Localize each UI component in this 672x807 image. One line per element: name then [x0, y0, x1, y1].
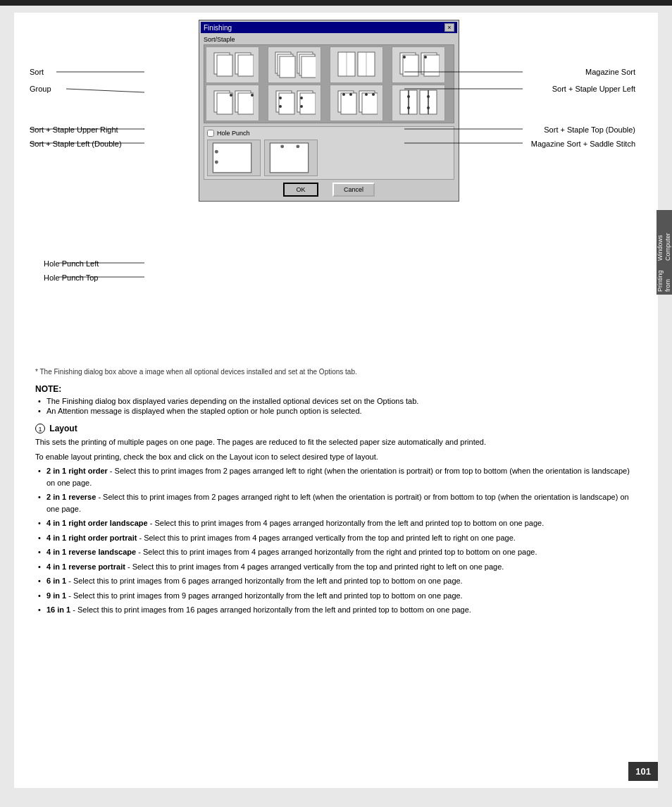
magazine-sort-option[interactable]	[330, 47, 383, 83]
layout-item-5: 4 in 1 reverse portrait - Select this to…	[46, 561, 637, 573]
svg-rect-6	[280, 56, 295, 78]
sidebar-tab: Printing from Windows Computer	[657, 210, 672, 295]
label-sort-staple-upper-left: Sort + Staple Upper Left	[552, 85, 635, 93]
svg-rect-1	[217, 55, 232, 76]
svg-rect-39	[362, 93, 378, 114]
main-content: Sort Group Sort + Staple Upper Right Sor…	[14, 13, 658, 788]
layout-section-number: 1	[35, 424, 45, 433]
label-hole-punch-left: Hole Punch Left	[44, 259, 99, 268]
dialog-buttons: OK Cancel	[204, 183, 454, 197]
svg-point-16	[403, 56, 406, 58]
svg-point-45	[407, 106, 410, 109]
svg-line-57	[66, 89, 144, 92]
sort-staple-left-double-option[interactable]	[268, 85, 321, 121]
svg-point-36	[342, 93, 345, 96]
dialog-close-button[interactable]: ×	[444, 23, 454, 32]
svg-point-28	[279, 97, 282, 99]
sidebar-tab-line1: Printing from	[657, 261, 672, 292]
layout-desc-1: This sets the printing of multiple pages…	[35, 436, 637, 448]
svg-rect-53	[270, 143, 308, 173]
svg-point-52	[215, 161, 218, 164]
note-title: NOTE:	[35, 384, 637, 394]
magazine-sort-saddle-stitch-option[interactable]	[392, 85, 445, 121]
hole-punch-grid	[207, 140, 320, 176]
label-sort-staple-left-double: Sort + Staple Left (Double)	[30, 140, 122, 148]
svg-point-51	[215, 150, 218, 154]
svg-point-22	[230, 94, 232, 97]
layout-title-text: Layout	[49, 424, 77, 433]
svg-point-40	[365, 93, 368, 96]
svg-point-55	[296, 145, 299, 149]
group-option[interactable]	[268, 47, 321, 83]
diagram-wrapper: Sort Group Sort + Staple Upper Right Sor…	[30, 20, 642, 365]
svg-rect-50	[213, 143, 251, 173]
layout-title: 1 Layout	[35, 424, 637, 433]
hole-punch-checkbox[interactable]: Hole Punch	[207, 130, 451, 137]
svg-rect-31	[300, 93, 316, 114]
svg-point-19	[424, 56, 427, 58]
layout-item-0: 2 in 1 right order - Select this to prin…	[46, 465, 637, 488]
sort-option[interactable]	[206, 47, 259, 83]
layout-item-3: 4 in 1 right order portrait - Select thi…	[46, 532, 637, 544]
layout-item-6: 6 in 1 - Select this to print images fro…	[46, 575, 637, 587]
svg-point-41	[372, 93, 375, 96]
svg-point-54	[280, 145, 284, 149]
hole-punch-left-option[interactable]	[207, 140, 261, 176]
label-sort-staple-top-double: Sort + Staple Top (Double)	[544, 125, 635, 134]
note-section: NOTE: The Finishing dialog box displayed…	[28, 384, 644, 415]
sidebar-tab-line2: Windows Computer	[657, 213, 672, 261]
svg-point-25	[251, 94, 254, 97]
label-hole-punch-top: Hole Punch Top	[44, 273, 98, 282]
svg-point-29	[279, 105, 282, 108]
note-item-2: An Attention message is displayed when t…	[46, 407, 637, 415]
note-item-1: The Finishing dialog box displayed varie…	[46, 397, 637, 405]
svg-point-33	[300, 105, 303, 108]
label-group: Group	[30, 85, 51, 93]
hole-punch-label: Hole Punch	[217, 130, 250, 137]
layout-item-2: 4 in 1 right order landscape - Select th…	[46, 517, 637, 529]
sort-staple-top-double-option[interactable]	[330, 85, 383, 121]
label-sort: Sort	[30, 68, 44, 76]
finishing-dialog: Finishing × Sort/Staple	[199, 20, 459, 202]
layout-item-4: 4 in 1 reverse landscape - Select this t…	[46, 546, 637, 558]
label-magazine-sort: Magazine Sort	[585, 68, 635, 76]
sort-staple-upper-left-option[interactable]	[392, 47, 445, 83]
label-magazine-sort-saddle-stitch: Magazine Sort + Saddle Stitch	[531, 140, 635, 148]
sort-staple-upper-right-option[interactable]	[206, 85, 259, 121]
svg-point-49	[427, 106, 430, 109]
page-number: 101	[628, 762, 658, 781]
top-bar	[0, 0, 672, 6]
dialog-title: Finishing	[204, 24, 232, 32]
sort-staple-grid	[204, 44, 454, 123]
svg-rect-9	[301, 56, 316, 78]
label-sort-staple-upper-right: Sort + Staple Upper Right	[30, 125, 118, 134]
svg-point-44	[407, 95, 410, 98]
layout-desc-2: To enable layout printing, check the box…	[35, 451, 637, 463]
layout-item-7: 9 in 1 - Select this to print images fro…	[46, 590, 637, 602]
svg-rect-27	[279, 93, 294, 114]
dialog-body: Sort/Staple	[201, 33, 457, 199]
svg-point-37	[349, 93, 352, 96]
hole-punch-check[interactable]	[207, 130, 214, 137]
svg-rect-35	[341, 93, 356, 114]
hole-punch-top-option[interactable]	[264, 140, 318, 176]
layout-items-container: 2 in 1 right order - Select this to prin…	[35, 465, 637, 616]
svg-point-48	[427, 95, 430, 98]
hole-punch-section: Hole Punch	[204, 126, 454, 180]
layout-item-1: 2 in 1 reverse - Select this to print im…	[46, 491, 637, 515]
layout-section: 1 Layout This sets the printing of multi…	[28, 424, 644, 616]
svg-rect-3	[238, 55, 254, 76]
dialog-titlebar: Finishing ×	[201, 22, 457, 33]
ok-button[interactable]: OK	[283, 183, 318, 197]
cancel-button[interactable]: Cancel	[332, 183, 375, 197]
sort-staple-label: Sort/Staple	[204, 36, 454, 43]
svg-point-32	[300, 97, 303, 99]
caption-text: * The Finishing dialog box above a image…	[28, 368, 644, 376]
layout-item-8: 16 in 1 - Select this to print images fr…	[46, 604, 637, 616]
